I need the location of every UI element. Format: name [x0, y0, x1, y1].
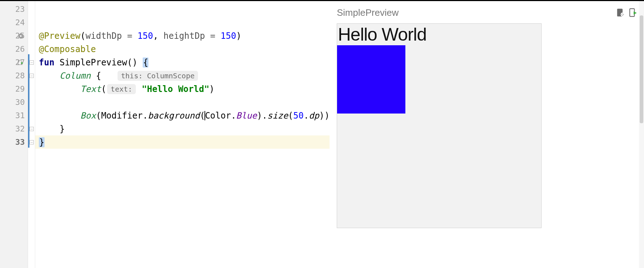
- fold-column[interactable]: [28, 1, 35, 268]
- line-number[interactable]: 33: [15, 138, 25, 147]
- code-line[interactable]: [35, 16, 330, 29]
- line-number[interactable]: 30: [15, 98, 25, 107]
- code-line[interactable]: Column { this: ColumnScope: [35, 69, 330, 82]
- method-stripe: [28, 54, 29, 148]
- line-number[interactable]: 29: [15, 84, 25, 93]
- preview-surface[interactable]: Hello World: [337, 23, 542, 228]
- code-line[interactable]: [35, 96, 330, 109]
- code-line[interactable]: }: [35, 122, 330, 135]
- vertical-scrollbar[interactable]: [639, 1, 644, 268]
- scrollbar-thumb[interactable]: [640, 15, 643, 123]
- run-gutter-icon[interactable]: [17, 59, 24, 66]
- line-number-gutter[interactable]: 23 24 25 26 27 28 29 30 31 32 33: [0, 1, 28, 268]
- matched-brace: {: [143, 57, 148, 68]
- code-line[interactable]: [35, 3, 330, 16]
- line-number[interactable]: 31: [15, 111, 25, 120]
- line-number[interactable]: 26: [15, 45, 25, 54]
- line-number[interactable]: 24: [15, 18, 25, 27]
- interactive-preview-icon[interactable]: [616, 8, 625, 17]
- line-number[interactable]: 32: [15, 124, 25, 133]
- annotation: @Composable: [39, 44, 96, 54]
- code-line-current[interactable]: }: [35, 135, 330, 149]
- compose-box: [337, 45, 405, 114]
- compose-text: Hello World: [337, 24, 541, 45]
- ide-root: 23 24 25 26 27 28 29 30 31 32 33: [0, 0, 644, 268]
- code-line[interactable]: @Preview(widthDp = 150, heightDp = 150): [35, 29, 330, 42]
- svg-marker-5: [634, 11, 637, 15]
- gear-icon[interactable]: [17, 32, 24, 40]
- annotation: @Preview: [39, 31, 80, 41]
- matched-brace: }: [39, 137, 45, 147]
- code-line[interactable]: @Composable: [35, 42, 330, 56]
- preview-header: SimplePreview: [337, 5, 638, 20]
- line-number[interactable]: 28: [15, 71, 25, 80]
- line-number[interactable]: 23: [15, 5, 25, 14]
- code-line[interactable]: Text(text: "Hello World"): [35, 82, 330, 96]
- fold-toggle-icon[interactable]: [29, 140, 34, 144]
- code-area[interactable]: @Preview(widthDp = 150, heightDp = 150) …: [35, 1, 330, 268]
- fold-toggle-icon[interactable]: [29, 74, 34, 78]
- fold-toggle-icon[interactable]: [29, 60, 34, 65]
- preview-pane: SimplePreview Hello World: [332, 1, 644, 268]
- svg-marker-1: [21, 62, 23, 64]
- code-line[interactable]: fun SimplePreview() {: [35, 56, 330, 69]
- preview-title: SimplePreview: [337, 7, 613, 18]
- inlay-hint[interactable]: this: ColumnScope: [118, 71, 198, 81]
- code-line[interactable]: Box(Modifier.background(Color.Blue).size…: [35, 109, 330, 122]
- fold-toggle-icon[interactable]: [29, 127, 34, 131]
- deploy-preview-icon[interactable]: [628, 8, 638, 17]
- inlay-hint[interactable]: text:: [107, 84, 136, 94]
- svg-rect-0: [18, 60, 22, 65]
- editor-pane: 23 24 25 26 27 28 29 30 31 32 33: [0, 1, 330, 268]
